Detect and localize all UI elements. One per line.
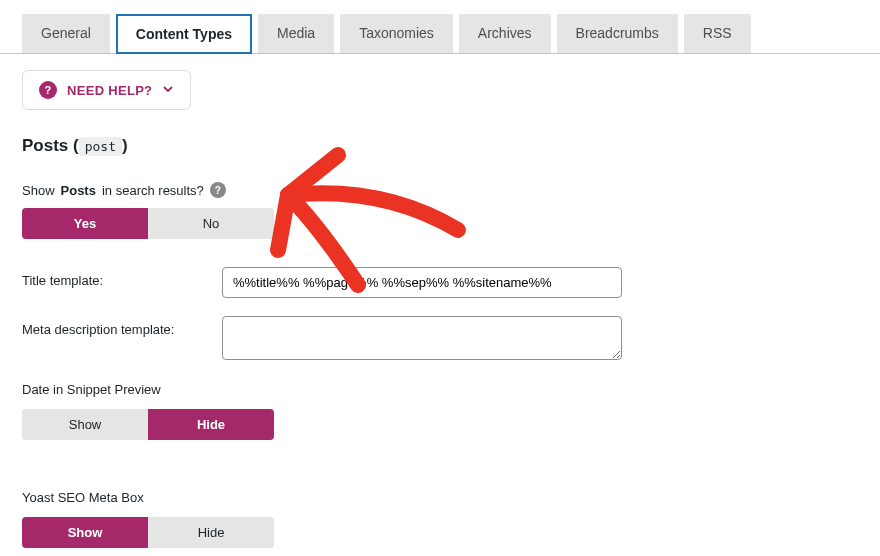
tabs-bar: General Content Types Media Taxonomies A… (0, 0, 880, 54)
need-help-button[interactable]: ? NEED HELP? (22, 70, 191, 110)
title-template-label: Title template: (22, 267, 222, 288)
meta-desc-label: Meta description template: (22, 316, 222, 337)
chevron-down-icon (162, 83, 174, 98)
date-snippet-hide[interactable]: Hide (148, 409, 274, 440)
title-template-input[interactable] (222, 267, 622, 298)
date-snippet-toggle: Show Hide (22, 409, 274, 440)
tab-breadcrumbs[interactable]: Breadcrumbs (557, 14, 678, 53)
date-snippet-show[interactable]: Show (22, 409, 148, 440)
show-posts-no[interactable]: No (148, 208, 274, 239)
meta-box-label: Yoast SEO Meta Box (22, 490, 858, 505)
tab-archives[interactable]: Archives (459, 14, 551, 53)
annotation-arrow (238, 145, 488, 325)
section-title: Posts (post) (22, 136, 858, 156)
meta-desc-input[interactable] (222, 316, 622, 360)
date-snippet-label: Date in Snippet Preview (22, 382, 858, 397)
show-posts-toggle: Yes No (22, 208, 274, 239)
show-posts-yes[interactable]: Yes (22, 208, 148, 239)
question-icon: ? (39, 81, 57, 99)
help-icon[interactable]: ? (210, 182, 226, 198)
meta-box-hide[interactable]: Hide (148, 517, 274, 548)
tab-media[interactable]: Media (258, 14, 334, 53)
show-posts-label: Show Posts in search results? ? (22, 182, 858, 198)
tab-rss[interactable]: RSS (684, 14, 751, 53)
tab-taxonomies[interactable]: Taxonomies (340, 14, 453, 53)
tab-content-types[interactable]: Content Types (116, 14, 252, 54)
need-help-label: NEED HELP? (67, 83, 152, 98)
meta-box-toggle: Show Hide (22, 517, 274, 548)
meta-box-show[interactable]: Show (22, 517, 148, 548)
tab-general[interactable]: General (22, 14, 110, 53)
